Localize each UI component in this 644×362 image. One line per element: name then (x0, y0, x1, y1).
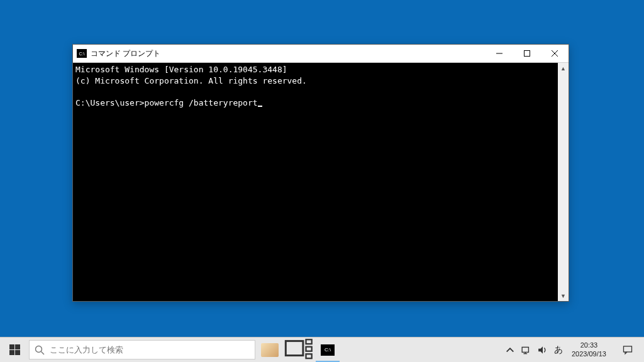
minimize-button[interactable] (486, 45, 513, 62)
scroll-down-button[interactable]: ▼ (558, 290, 569, 301)
svg-rect-18 (624, 346, 632, 352)
scroll-up-button[interactable]: ▲ (558, 63, 569, 74)
taskbar-item-thumbnail[interactable] (255, 337, 284, 362)
cmd-taskbar-icon: C:\ (321, 344, 335, 356)
system-tray: あ 20:33 2023/09/13 (505, 337, 644, 362)
command-prompt-window: コマンド プロンプト Microsoft Windows [Version 10… (72, 44, 569, 302)
terminal-prompt: C:\Users\user> (75, 98, 145, 107)
clock[interactable]: 20:33 2023/09/13 (569, 341, 609, 358)
start-button[interactable] (0, 337, 29, 362)
task-view-button[interactable] (284, 337, 313, 362)
ime-indicator[interactable]: あ (554, 344, 563, 356)
taskbar: ここに入力して検索 C:\ (0, 337, 644, 362)
terminal-output[interactable]: Microsoft Windows [Version 10.0.19045.34… (73, 63, 558, 301)
search-placeholder: ここに入力して検索 (50, 344, 123, 356)
close-button[interactable] (541, 45, 569, 62)
svg-rect-7 (15, 350, 20, 355)
desktop: コマンド プロンプト Microsoft Windows [Version 10… (0, 0, 644, 362)
svg-rect-11 (306, 339, 311, 344)
network-icon[interactable] (521, 345, 531, 355)
svg-rect-6 (9, 350, 14, 355)
svg-marker-17 (538, 346, 543, 353)
windows-icon (9, 344, 20, 355)
svg-line-9 (42, 351, 45, 354)
svg-rect-10 (286, 341, 303, 356)
terminal-line: (c) Microsoft Corporation. All rights re… (75, 76, 307, 85)
svg-rect-5 (15, 344, 20, 349)
action-center-button[interactable] (615, 345, 640, 355)
scrollbar[interactable]: ▲ ▼ (558, 63, 569, 301)
svg-point-8 (36, 346, 42, 352)
terminal-line: Microsoft Windows [Version 10.0.19045.34… (75, 65, 287, 74)
terminal-command: powercfg /batteryreport (145, 98, 258, 107)
clock-date: 2023/09/13 (572, 350, 606, 358)
search-icon (35, 345, 45, 355)
svg-rect-13 (306, 354, 311, 358)
svg-rect-4 (9, 344, 14, 349)
svg-rect-12 (306, 347, 311, 351)
svg-rect-14 (522, 347, 528, 352)
notification-icon (623, 345, 633, 355)
cmd-icon (77, 49, 87, 58)
tray-chevron-icon[interactable] (505, 345, 515, 355)
window-title: コマンド プロンプト (91, 48, 160, 59)
taskbar-item-cmd[interactable]: C:\ (313, 337, 342, 362)
svg-rect-1 (525, 51, 530, 57)
volume-icon[interactable] (538, 345, 548, 355)
cursor (258, 106, 262, 107)
task-view-icon (284, 338, 313, 361)
app-thumbnail-icon (261, 343, 279, 357)
titlebar[interactable]: コマンド プロンプト (73, 45, 569, 62)
maximize-button[interactable] (513, 45, 541, 62)
clock-time: 20:33 (572, 341, 606, 349)
search-input[interactable]: ここに入力して検索 (29, 340, 255, 359)
